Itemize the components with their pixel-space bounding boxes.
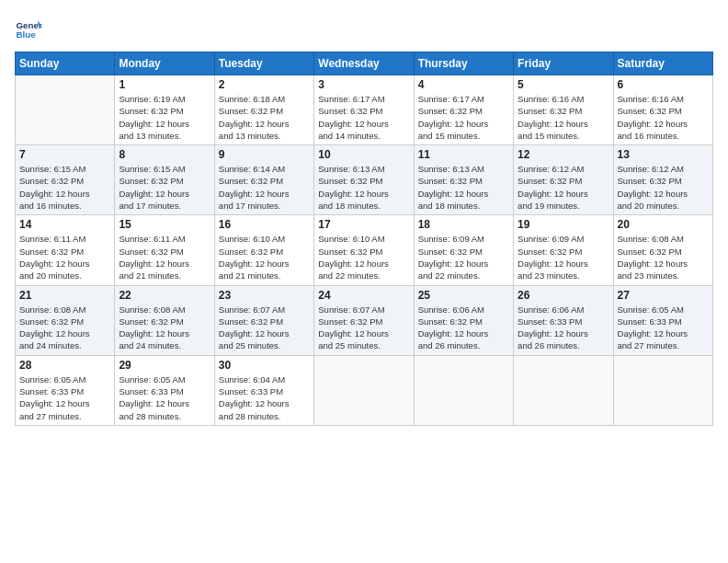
calendar-cell: 8Sunrise: 6:15 AMSunset: 6:32 PMDaylight… xyxy=(115,145,214,215)
calendar-cell xyxy=(514,355,613,425)
calendar-cell: 15Sunrise: 6:11 AMSunset: 6:32 PMDayligh… xyxy=(115,215,214,285)
day-info: Sunrise: 6:06 AMSunset: 6:33 PMDaylight:… xyxy=(518,304,609,352)
day-info: Sunrise: 6:10 AMSunset: 6:32 PMDaylight:… xyxy=(219,233,310,282)
weekday-header-saturday: Saturday xyxy=(613,52,712,75)
day-number: 29 xyxy=(119,359,210,372)
day-number: 17 xyxy=(318,218,409,231)
calendar-cell: 20Sunrise: 6:08 AMSunset: 6:32 PMDayligh… xyxy=(613,215,712,285)
day-info: Sunrise: 6:06 AMSunset: 6:32 PMDaylight:… xyxy=(418,304,509,352)
calendar-cell: 26Sunrise: 6:06 AMSunset: 6:33 PMDayligh… xyxy=(514,285,613,355)
day-info: Sunrise: 6:05 AMSunset: 6:33 PMDaylight:… xyxy=(618,304,709,352)
day-info: Sunrise: 6:11 AMSunset: 6:32 PMDaylight:… xyxy=(19,233,110,282)
calendar-cell xyxy=(314,355,414,425)
day-number: 26 xyxy=(518,289,609,302)
page-header: General Blue xyxy=(15,15,713,42)
weekday-header-tuesday: Tuesday xyxy=(214,52,313,75)
day-number: 16 xyxy=(219,218,310,231)
day-info: Sunrise: 6:19 AMSunset: 6:32 PMDaylight:… xyxy=(119,93,210,142)
calendar-cell: 30Sunrise: 6:04 AMSunset: 6:33 PMDayligh… xyxy=(214,355,313,425)
calendar-cell: 28Sunrise: 6:05 AMSunset: 6:33 PMDayligh… xyxy=(16,355,115,425)
calendar-cell xyxy=(613,355,712,425)
calendar-cell: 6Sunrise: 6:16 AMSunset: 6:32 PMDaylight… xyxy=(613,75,712,145)
calendar-cell: 16Sunrise: 6:10 AMSunset: 6:32 PMDayligh… xyxy=(214,215,313,285)
day-info: Sunrise: 6:16 AMSunset: 6:32 PMDaylight:… xyxy=(518,93,609,142)
day-number: 5 xyxy=(518,78,609,91)
day-info: Sunrise: 6:17 AMSunset: 6:32 PMDaylight:… xyxy=(318,93,409,142)
day-number: 15 xyxy=(119,218,210,231)
calendar-header-row: SundayMondayTuesdayWednesdayThursdayFrid… xyxy=(16,52,713,75)
day-number: 14 xyxy=(19,218,110,231)
calendar-cell: 24Sunrise: 6:07 AMSunset: 6:32 PMDayligh… xyxy=(314,285,414,355)
calendar-week-row: 1Sunrise: 6:19 AMSunset: 6:32 PMDaylight… xyxy=(16,75,713,145)
day-number: 28 xyxy=(19,359,110,372)
day-info: Sunrise: 6:13 AMSunset: 6:32 PMDaylight:… xyxy=(418,163,509,212)
day-number: 2 xyxy=(219,78,310,91)
logo: General Blue xyxy=(15,15,42,42)
weekday-header-thursday: Thursday xyxy=(414,52,513,75)
calendar-week-row: 28Sunrise: 6:05 AMSunset: 6:33 PMDayligh… xyxy=(16,355,713,425)
day-info: Sunrise: 6:10 AMSunset: 6:32 PMDaylight:… xyxy=(318,233,409,282)
day-info: Sunrise: 6:08 AMSunset: 6:32 PMDaylight:… xyxy=(19,304,110,352)
day-number: 11 xyxy=(418,148,509,161)
day-info: Sunrise: 6:05 AMSunset: 6:33 PMDaylight:… xyxy=(19,373,110,422)
day-info: Sunrise: 6:12 AMSunset: 6:32 PMDaylight:… xyxy=(518,163,609,212)
day-info: Sunrise: 6:12 AMSunset: 6:32 PMDaylight:… xyxy=(618,163,709,212)
day-number: 12 xyxy=(518,148,609,161)
calendar-week-row: 14Sunrise: 6:11 AMSunset: 6:32 PMDayligh… xyxy=(16,215,713,285)
calendar-cell: 10Sunrise: 6:13 AMSunset: 6:32 PMDayligh… xyxy=(314,145,414,215)
calendar-cell: 21Sunrise: 6:08 AMSunset: 6:32 PMDayligh… xyxy=(16,285,115,355)
day-number: 24 xyxy=(318,289,409,302)
calendar-week-row: 21Sunrise: 6:08 AMSunset: 6:32 PMDayligh… xyxy=(16,285,713,355)
calendar-cell: 29Sunrise: 6:05 AMSunset: 6:33 PMDayligh… xyxy=(115,355,214,425)
day-number: 10 xyxy=(318,148,409,161)
day-number: 7 xyxy=(19,148,110,161)
day-info: Sunrise: 6:17 AMSunset: 6:32 PMDaylight:… xyxy=(418,93,509,142)
day-number: 8 xyxy=(119,148,210,161)
day-number: 9 xyxy=(219,148,310,161)
day-info: Sunrise: 6:15 AMSunset: 6:32 PMDaylight:… xyxy=(19,163,110,212)
day-info: Sunrise: 6:13 AMSunset: 6:32 PMDaylight:… xyxy=(318,163,409,212)
logo-icon: General Blue xyxy=(15,15,42,42)
day-info: Sunrise: 6:09 AMSunset: 6:32 PMDaylight:… xyxy=(418,233,509,282)
calendar-cell: 19Sunrise: 6:09 AMSunset: 6:32 PMDayligh… xyxy=(514,215,613,285)
day-number: 23 xyxy=(219,289,310,302)
calendar-cell: 13Sunrise: 6:12 AMSunset: 6:32 PMDayligh… xyxy=(613,145,712,215)
day-number: 4 xyxy=(418,78,509,91)
day-number: 20 xyxy=(618,218,709,231)
day-number: 18 xyxy=(418,218,509,231)
calendar-cell xyxy=(414,355,513,425)
calendar-cell: 17Sunrise: 6:10 AMSunset: 6:32 PMDayligh… xyxy=(314,215,414,285)
day-number: 25 xyxy=(418,289,509,302)
calendar-cell: 5Sunrise: 6:16 AMSunset: 6:32 PMDaylight… xyxy=(514,75,613,145)
day-info: Sunrise: 6:18 AMSunset: 6:32 PMDaylight:… xyxy=(219,93,310,142)
calendar-cell: 3Sunrise: 6:17 AMSunset: 6:32 PMDaylight… xyxy=(314,75,414,145)
weekday-header-monday: Monday xyxy=(115,52,214,75)
calendar-cell: 12Sunrise: 6:12 AMSunset: 6:32 PMDayligh… xyxy=(514,145,613,215)
weekday-header-wednesday: Wednesday xyxy=(314,52,414,75)
day-info: Sunrise: 6:05 AMSunset: 6:33 PMDaylight:… xyxy=(119,373,210,422)
calendar-cell: 23Sunrise: 6:07 AMSunset: 6:32 PMDayligh… xyxy=(214,285,313,355)
day-info: Sunrise: 6:09 AMSunset: 6:32 PMDaylight:… xyxy=(518,233,609,282)
day-number: 13 xyxy=(618,148,709,161)
calendar-cell: 27Sunrise: 6:05 AMSunset: 6:33 PMDayligh… xyxy=(613,285,712,355)
day-number: 19 xyxy=(518,218,609,231)
day-number: 3 xyxy=(318,78,409,91)
day-number: 21 xyxy=(19,289,110,302)
day-number: 27 xyxy=(618,289,709,302)
calendar-cell: 7Sunrise: 6:15 AMSunset: 6:32 PMDaylight… xyxy=(16,145,115,215)
calendar-week-row: 7Sunrise: 6:15 AMSunset: 6:32 PMDaylight… xyxy=(16,145,713,215)
day-info: Sunrise: 6:08 AMSunset: 6:32 PMDaylight:… xyxy=(119,304,210,352)
calendar-cell: 9Sunrise: 6:14 AMSunset: 6:32 PMDaylight… xyxy=(214,145,313,215)
calendar-cell: 1Sunrise: 6:19 AMSunset: 6:32 PMDaylight… xyxy=(115,75,214,145)
svg-text:Blue: Blue xyxy=(17,29,37,40)
calendar-cell: 25Sunrise: 6:06 AMSunset: 6:32 PMDayligh… xyxy=(414,285,513,355)
calendar-cell: 11Sunrise: 6:13 AMSunset: 6:32 PMDayligh… xyxy=(414,145,513,215)
day-info: Sunrise: 6:16 AMSunset: 6:32 PMDaylight:… xyxy=(618,93,709,142)
day-info: Sunrise: 6:15 AMSunset: 6:32 PMDaylight:… xyxy=(119,163,210,212)
day-info: Sunrise: 6:07 AMSunset: 6:32 PMDaylight:… xyxy=(318,304,409,352)
calendar-table: SundayMondayTuesdayWednesdayThursdayFrid… xyxy=(15,52,713,426)
day-info: Sunrise: 6:07 AMSunset: 6:32 PMDaylight:… xyxy=(219,304,310,352)
calendar-cell xyxy=(16,75,115,145)
calendar-cell: 22Sunrise: 6:08 AMSunset: 6:32 PMDayligh… xyxy=(115,285,214,355)
day-number: 1 xyxy=(119,78,210,91)
